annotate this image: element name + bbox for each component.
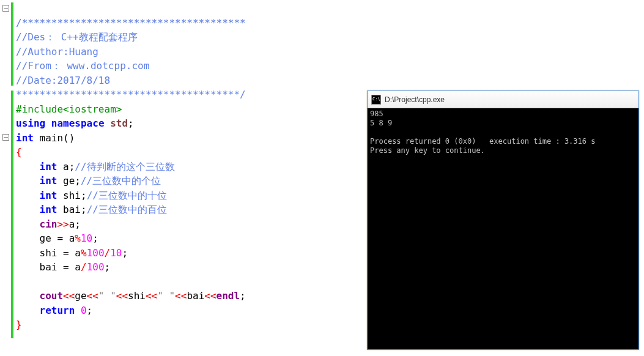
semicolon: ; xyxy=(92,232,98,244)
literal-0: 0 xyxy=(81,305,87,316)
console-window[interactable]: D:\Project\cpp.exe 985 5 8 9 Process ret… xyxy=(367,91,639,350)
inline-comment: //三位数中的百位 xyxy=(87,204,167,215)
cin: cin xyxy=(40,218,57,230)
semicolon: ; xyxy=(81,190,87,201)
var-a: a xyxy=(75,247,81,259)
brace-close: } xyxy=(16,319,22,330)
var-a: a xyxy=(69,218,75,230)
op-div: / xyxy=(81,261,87,273)
var-a: a xyxy=(69,232,75,244)
kw-using: using xyxy=(16,117,45,129)
inline-comment: //三位数中的个位 xyxy=(81,175,161,187)
kw-int: int xyxy=(16,132,34,144)
op-mod: % xyxy=(75,232,81,244)
op-insert: << xyxy=(204,290,216,302)
kw-int: int xyxy=(40,204,57,215)
fold-toggle-icon[interactable] xyxy=(2,5,9,12)
comment-line: //Author:Huang xyxy=(16,46,98,57)
var-shi: shi xyxy=(128,290,146,302)
semicolon: ; xyxy=(87,305,93,316)
var-bai: bai xyxy=(40,261,57,273)
var-a: a xyxy=(75,261,81,273)
console-output[interactable]: 985 5 8 9 Process returned 0 (0x0) execu… xyxy=(368,108,638,349)
inline-comment: //三位数中的十位 xyxy=(87,190,167,201)
fold-gutter xyxy=(0,0,16,356)
semicolon: ; xyxy=(75,218,81,230)
op-insert: << xyxy=(175,290,187,302)
op-insert: << xyxy=(116,290,128,302)
scope-marker xyxy=(11,2,13,86)
kw-return: return xyxy=(40,305,75,316)
var-bai: bai xyxy=(187,290,204,302)
comment-line: /************************************** xyxy=(16,17,246,29)
op-assign: = xyxy=(51,232,69,244)
op-assign: = xyxy=(57,261,75,273)
op-insert: << xyxy=(63,290,75,302)
brace-open: { xyxy=(16,146,22,158)
parens: () xyxy=(63,132,75,144)
kw-int: int xyxy=(40,175,57,187)
string-space: " " xyxy=(98,290,116,302)
semicolon: ; xyxy=(105,261,111,273)
semicolon: ; xyxy=(122,247,128,259)
preproc-include: #include xyxy=(16,103,63,115)
std-ident: std xyxy=(110,117,128,129)
semicolon: ; xyxy=(81,204,87,215)
console-icon xyxy=(371,95,381,105)
op-div: / xyxy=(105,247,111,259)
include-target: <iostream> xyxy=(63,103,122,115)
semicolon: ; xyxy=(75,175,81,187)
string-space: " " xyxy=(157,290,175,302)
code-area[interactable]: /************************************** … xyxy=(16,0,367,356)
literal-10: 10 xyxy=(81,232,92,244)
op-insert: << xyxy=(87,290,98,302)
var-bai: bai xyxy=(63,204,81,215)
endl: endl xyxy=(217,290,240,302)
comment-line: **************************************/ xyxy=(16,89,246,100)
semicolon: ; xyxy=(69,161,75,172)
scope-marker xyxy=(11,91,13,338)
func-main: main xyxy=(40,132,64,144)
literal-10: 10 xyxy=(110,247,122,259)
var-ge: ge xyxy=(40,232,51,244)
op-insert: << xyxy=(146,290,157,302)
kw-int: int xyxy=(40,161,57,172)
cout: cout xyxy=(40,290,64,302)
comment-line: //Date:2017/8/18 xyxy=(16,75,110,86)
semicolon: ; xyxy=(240,290,246,302)
inline-comment: //待判断的这个三位数 xyxy=(75,161,174,172)
op-extract: >> xyxy=(57,218,68,230)
code-editor[interactable]: /************************************** … xyxy=(0,0,367,356)
comment-line: //Des： C++教程配套程序 xyxy=(16,31,138,43)
op-assign: = xyxy=(57,247,75,259)
op-mod: % xyxy=(81,247,87,259)
comment-line: //From： www.dotcpp.com xyxy=(16,60,149,72)
console-title: D:\Project\cpp.exe xyxy=(385,95,445,104)
literal-100: 100 xyxy=(87,261,105,273)
var-shi: shi xyxy=(63,190,81,201)
var-ge: ge xyxy=(75,290,86,302)
var-ge: ge xyxy=(63,175,75,187)
semicolon: ; xyxy=(128,117,134,129)
kw-int: int xyxy=(40,190,57,201)
var-shi: shi xyxy=(40,247,57,259)
var-a: a xyxy=(63,161,69,172)
literal-100: 100 xyxy=(87,247,105,259)
fold-toggle-icon[interactable] xyxy=(2,134,9,141)
console-titlebar[interactable]: D:\Project\cpp.exe xyxy=(368,91,638,108)
kw-namespace: namespace xyxy=(51,117,105,129)
